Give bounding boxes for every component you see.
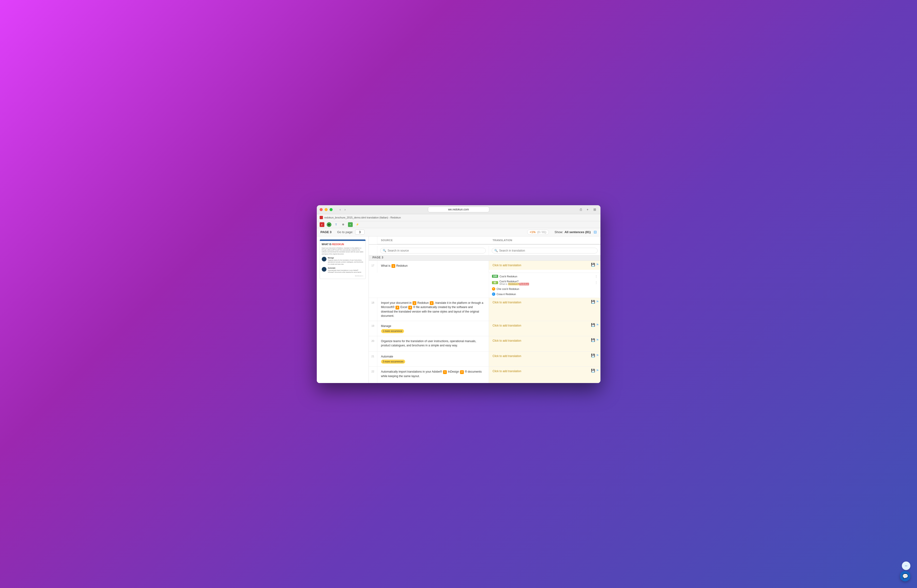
column-headers: SOURCE TRANSLATION <box>369 236 601 245</box>
row-21-num: 21 <box>369 352 377 367</box>
suggestion-item-100[interactable]: 100 Cos'è Redokun ⋮ <box>489 274 601 279</box>
tab-grid-button[interactable]: ⊞ <box>592 207 597 212</box>
right-panel[interactable]: SOURCE TRANSLATION 🔍 🔍 <box>369 236 601 383</box>
row-22-memory-icon[interactable]: 💾 <box>591 368 595 372</box>
progress-badge: <1% (0 / 81) <box>527 229 549 235</box>
row-18-memory-icon[interactable]: 💾 <box>591 300 595 304</box>
bookmark-r[interactable]: r <box>320 222 325 227</box>
suggestion-text-ai: Che cos'è Redokun <box>497 288 597 290</box>
new-tab-button[interactable]: + <box>585 207 590 212</box>
translation-search-wrap[interactable]: 🔍 <box>492 248 597 254</box>
suggestion-text-deepl: Cosa è Redokun <box>497 293 597 296</box>
suggestion-item-deepl[interactable]: D Cosa è Redokun <box>489 291 601 297</box>
progress-count: (0 / 81) <box>538 231 546 234</box>
suggestion-1-more[interactable]: ⋮ <box>595 275 597 278</box>
row-20-actions: 💾 ⚑ <box>591 338 599 342</box>
translate-floating-button[interactable]: ↔ <box>902 562 911 570</box>
main-layout: WHAT IS REDOKUN Import your document in … <box>317 236 601 383</box>
source-search-icon: 🔍 <box>383 249 386 252</box>
bookmark-green[interactable]: ● <box>327 222 331 227</box>
suggestion-item-ai[interactable]: ✦ Che cos'è Redokun <box>489 286 601 291</box>
suggestion-text-1: Cos'è Redokun <box>499 275 593 278</box>
row-18-source: Import your document in 1 Redokun 2, tra… <box>377 298 489 321</box>
source-search-input[interactable] <box>388 249 483 252</box>
source-search-wrap[interactable]: 🔍 <box>380 248 486 254</box>
bookmark-plus[interactable]: + <box>348 222 353 227</box>
bookmark-zap[interactable]: ⚡ <box>355 222 360 227</box>
table-row: 19 Manage 1 more occurrence Click to add… <box>369 321 601 336</box>
row18-tag2: 2 <box>430 301 434 305</box>
suggestion-item-90[interactable]: 90 Cos'è Redokun? What is Redokun?Redoku… <box>489 279 601 286</box>
row-19-flag-icon[interactable]: ⚑ <box>596 323 599 327</box>
preview-brand: REDOKUN <box>332 243 344 246</box>
row-19-memory-icon[interactable]: 💾 <box>591 323 595 327</box>
minimize-button[interactable] <box>325 208 328 211</box>
url-bar[interactable]: we.redokun.com <box>428 207 489 212</box>
preview-title: WHAT IS REDOKUN <box>322 243 363 246</box>
table-row: 17 What is 1 Redokun Click to add transl… <box>369 261 601 298</box>
row-22-source: Automatically import translations in you… <box>377 367 489 383</box>
row-18-flag-icon[interactable]: ⚑ <box>596 300 599 304</box>
search-row: 🔍 🔍 <box>369 246 601 255</box>
suggestion-text-2: Cos'è Redokun? <box>499 280 593 283</box>
row-17-memory-icon[interactable]: 💾 <box>591 263 595 267</box>
go-to-page-label: Go to page: <box>337 230 353 234</box>
row-17-flag-icon[interactable]: ⚑ <box>596 263 599 267</box>
row-19-actions: 💾 ⚑ <box>591 323 599 327</box>
row-18-placeholder[interactable]: Click to add translation <box>489 298 601 321</box>
row-21-memory-icon[interactable]: 💾 <box>591 354 595 357</box>
score-100-badge: 100 <box>492 275 498 278</box>
row-17-translation-area: Click to add translation 💾 ⚑ <box>489 261 601 273</box>
row-19-translation: Click to add translation 💾 ⚑ <box>489 321 601 336</box>
row-21-placeholder[interactable]: Click to add translation <box>489 352 601 367</box>
preview-description: Import your document in Redokun, transla… <box>322 247 363 255</box>
tag-1: 1 <box>391 264 395 268</box>
show-control: Show: All sentences (81) <box>555 230 591 234</box>
row-20-memory-icon[interactable]: 💾 <box>591 338 595 342</box>
suggestions-spacer <box>369 273 377 298</box>
bookmark-github[interactable]: ⊛ <box>341 222 345 227</box>
forward-button[interactable]: › <box>343 207 347 212</box>
page-number-input[interactable]: 3 <box>355 229 365 234</box>
row-20-num: 20 <box>369 336 377 351</box>
row-20-placeholder[interactable]: Click to add translation <box>489 336 601 351</box>
title-bar-center: we.redokun.com <box>428 207 489 212</box>
row-20-source: Organize teams for the translation of us… <box>377 336 489 351</box>
translation-col-header: TRANSLATION <box>489 236 601 244</box>
title-bar-right: ⎙ + ⊞ <box>578 207 597 212</box>
row-22-num: 22 <box>369 367 377 383</box>
translation-search-input[interactable] <box>499 249 595 252</box>
traffic-lights <box>320 208 333 211</box>
filter-button[interactable]: ⊟ <box>594 230 597 234</box>
row18-tag4: 4 <box>408 306 412 310</box>
translation-search-cell: 🔍 <box>489 246 601 255</box>
row-17-suggestions: 100 Cos'è Redokun ⋮ 90 Cos'è Redokun? <box>369 273 601 298</box>
row18-tag3: 3 <box>396 306 399 310</box>
row-19-placeholder[interactable]: Click to add translation <box>489 321 601 336</box>
preview-automate-desc: Automatically import translations in you… <box>328 269 363 273</box>
fullscreen-button[interactable] <box>329 208 333 211</box>
close-button[interactable] <box>320 208 323 211</box>
bookmark-blue[interactable]: T <box>334 222 339 227</box>
row-21-source: Automate 3 more occurrences <box>377 352 489 367</box>
row-19-source: Manage 1 more occurrence <box>377 321 489 336</box>
table-row: 20 Organize teams for the translation of… <box>369 336 601 352</box>
translation-search-icon: 🔍 <box>494 249 498 252</box>
preview-automate-text: Automate Automatically import translatio… <box>328 267 363 273</box>
chat-floating-button[interactable]: 💬 <box>900 571 911 582</box>
row-22-placeholder[interactable]: Click to add translation <box>489 367 601 383</box>
row-22-flag-icon[interactable]: ⚑ <box>596 368 599 372</box>
row-21-flag-icon[interactable]: ⚑ <box>596 354 599 357</box>
show-dropdown[interactable]: All sentences (81) <box>565 230 591 234</box>
share-button[interactable]: ⎙ <box>578 207 583 212</box>
preview-manage-desc: Organize teams for the translation of us… <box>328 259 363 265</box>
row-17-placeholder[interactable]: Click to add translation <box>489 261 601 270</box>
suggestion-2-more[interactable]: ⋮ <box>595 281 597 284</box>
source-search-cell: 🔍 <box>377 246 489 255</box>
row-21-actions: 💾 ⚑ <box>591 354 599 357</box>
left-panel: WHAT IS REDOKUN Import your document in … <box>317 236 369 383</box>
row-20-flag-icon[interactable]: ⚑ <box>596 338 599 342</box>
back-button[interactable]: ‹ <box>338 207 342 212</box>
table-row: 18 Import your document in 1 Redokun 2, … <box>369 298 601 321</box>
suggestion-sub-2: What is Redokun?Redokun <box>499 283 593 285</box>
